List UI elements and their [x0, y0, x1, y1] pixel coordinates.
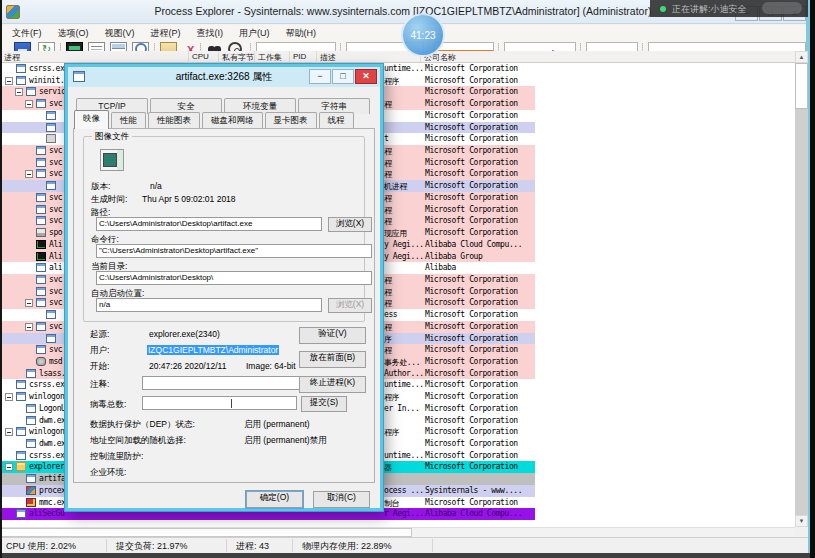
process-description: 序 — [384, 334, 424, 345]
column-header-process[interactable]: 进程 — [4, 52, 20, 63]
process-description: Author... — [384, 369, 424, 378]
menu-item[interactable]: 用户(U) — [231, 25, 278, 41]
enterprise-label: 企业环境: — [90, 467, 126, 479]
process-name: Ali — [49, 252, 62, 261]
menu-item[interactable]: 进程(P) — [143, 25, 189, 41]
menu-item[interactable]: 文件(F) — [4, 25, 50, 41]
win-process-icon — [46, 181, 56, 190]
tree-collapse-icon[interactable] — [5, 77, 13, 85]
scroll-down-arrow[interactable]: ▼ — [795, 515, 808, 527]
dialog-tab-性能图表[interactable]: 性能图表 — [148, 112, 200, 128]
process-company: Microsoft Corporation — [425, 380, 518, 389]
tree-collapse-icon[interactable] — [25, 170, 33, 178]
vertical-scroll-thumb[interactable] — [795, 63, 808, 109]
menu-item[interactable]: 帮助(H) — [278, 25, 325, 41]
status-cpu-usage: CPU 使用: 2.02% — [0, 540, 76, 553]
scroll-up-arrow[interactable]: ▲ — [795, 51, 808, 63]
process-name: ali — [49, 263, 62, 272]
process-description: y Aegi... — [384, 252, 424, 261]
process-description: 程序 — [384, 76, 424, 87]
process-company: Alibaba Cloud Compu... — [425, 509, 522, 518]
process-description: 现应用 — [384, 228, 424, 239]
win-process-icon — [26, 474, 36, 483]
menu-item[interactable]: 视图(V) — [97, 25, 143, 41]
user-value[interactable]: IZQC1GIEPLTMBTZ\Administrator — [147, 345, 279, 355]
bring-to-front-button[interactable]: 放在前面(B) — [299, 351, 366, 368]
process-company: Microsoft Corporation — [425, 64, 518, 73]
dialog-tab-性能[interactable]: 性能 — [111, 112, 146, 128]
horizontal-scrollbar[interactable] — [0, 527, 795, 537]
tree-collapse-icon[interactable] — [5, 463, 13, 471]
screen-edge-left — [0, 0, 2, 558]
process-company: Microsoft Corporation — [425, 357, 518, 366]
column-header-private-bytes[interactable]: 私有字节 — [222, 52, 254, 63]
current-directory-field[interactable]: C:\Users\Administrator\Desktop\ — [96, 271, 372, 285]
column-header-working-set[interactable]: 工作集 — [258, 52, 282, 63]
win-process-icon — [16, 509, 26, 518]
horizontal-scroll-thumb[interactable] — [0, 528, 412, 537]
process-name: winlogon. — [29, 392, 69, 401]
win-process-icon — [36, 205, 46, 214]
process-company: Microsoft Corporation — [425, 205, 518, 214]
process-company: Microsoft Corporation — [425, 181, 518, 190]
win-process-icon — [36, 345, 46, 354]
path-field[interactable]: C:\Users\Administrator\Desktop\artifact.… — [96, 217, 322, 231]
process-name: svc — [49, 146, 62, 155]
process-company: Microsoft Corporation — [425, 169, 518, 178]
column-header-pid[interactable]: PID — [293, 52, 306, 61]
gear-process-icon — [36, 357, 46, 366]
build-time-value: Thu Apr 5 09:02:01 2018 — [142, 194, 236, 204]
verify-button[interactable]: 验证(V) — [299, 327, 366, 344]
cancel-button[interactable]: 取消(C) — [313, 491, 370, 508]
process-company: Microsoft Corporation — [425, 345, 518, 354]
process-description: 程 — [384, 287, 424, 298]
tree-collapse-icon[interactable] — [25, 323, 33, 331]
dialog-tab-磁盘和网络[interactable]: 磁盘和网络 — [202, 112, 263, 128]
process-name: svc — [49, 298, 62, 307]
dialog-tab-映像[interactable]: 映像 — [74, 110, 109, 129]
process-description: ocess ... — [384, 486, 424, 495]
status-commit-charge: 提交负荷: 21.97% — [110, 540, 188, 553]
menu-item[interactable]: 查找(I) — [189, 25, 232, 41]
command-line-field[interactable]: "C:\Users\Administrator\Desktop\artifact… — [96, 244, 372, 258]
dialog-maximize-button[interactable]: □ — [332, 69, 354, 84]
autostart-location-field[interactable]: n/a — [96, 298, 322, 312]
menu-item[interactable]: 选项(O) — [50, 25, 97, 41]
process-name: servic — [39, 87, 66, 96]
tree-collapse-icon[interactable] — [5, 393, 13, 401]
virustotal-field[interactable] — [142, 396, 297, 410]
dialog-minimize-button[interactable]: − — [309, 69, 331, 84]
comment-field[interactable] — [142, 376, 317, 390]
process-description: 程 — [384, 216, 424, 227]
tree-collapse-icon[interactable] — [25, 299, 33, 307]
process-description: 制台 — [384, 498, 424, 509]
column-header-cpu[interactable]: CPU — [192, 52, 209, 61]
process-name: explorer. — [29, 462, 69, 471]
column-header-description[interactable]: 描述 — [320, 52, 336, 63]
process-description: untime... — [384, 64, 424, 73]
dialog-title-bar[interactable]: artifact.exe:3268 属性 − □ ✕ — [68, 67, 380, 87]
screen-edge-bottom — [0, 553, 815, 558]
process-name: svc — [49, 205, 62, 214]
process-company: Microsoft Corporation — [425, 427, 518, 436]
tree-collapse-icon[interactable] — [5, 428, 13, 436]
tree-collapse-icon[interactable] — [15, 88, 23, 96]
dialog-close-button[interactable]: ✕ — [355, 69, 377, 84]
image-tab-page: 图像文件 版本: n/a 生成时间: Thu Apr 5 09:02:01 20… — [73, 128, 375, 483]
kill-process-button[interactable]: 终止进程(K) — [299, 376, 366, 393]
win-process-icon — [26, 87, 36, 96]
submit-button[interactable]: 提交(S) — [301, 396, 347, 412]
dialog-tab-线程[interactable]: 线程 — [319, 112, 354, 128]
process-description: 程 — [384, 322, 424, 333]
browse-path-button[interactable]: 浏览(X) — [328, 217, 372, 232]
dialog-tab-显卡图表[interactable]: 显卡图表 — [265, 112, 317, 128]
process-description: er In... — [384, 404, 424, 413]
banner-controls[interactable] — [762, 2, 802, 14]
vertical-scrollbar[interactable]: ▲ ▼ — [795, 51, 808, 527]
scrollbar-corner — [795, 527, 808, 537]
process-name: svc — [49, 287, 62, 296]
ok-button[interactable]: 确定(O) — [246, 491, 303, 508]
tree-collapse-icon[interactable] — [25, 100, 33, 108]
text-cursor — [231, 399, 232, 408]
process-description: 器 — [384, 462, 424, 473]
